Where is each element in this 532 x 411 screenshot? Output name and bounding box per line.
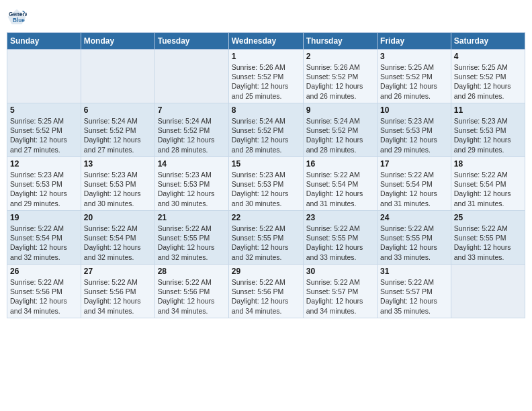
day-number: 3 [380, 52, 448, 61]
page-header: General Blue [7, 7, 525, 27]
day-number: 2 [306, 52, 374, 61]
day-info: Sunrise: 5:22 AM Sunset: 5:54 PM Dayligh… [380, 170, 448, 208]
header-cell-monday: Monday [81, 33, 154, 50]
day-number: 10 [380, 105, 448, 115]
day-info: Sunrise: 5:24 AM Sunset: 5:52 PM Dayligh… [232, 116, 300, 154]
day-info: Sunrise: 5:25 AM Sunset: 5:52 PM Dayligh… [380, 62, 448, 101]
day-cell: 2Sunrise: 5:26 AM Sunset: 5:52 PM Daylig… [303, 50, 377, 103]
day-info: Sunrise: 5:22 AM Sunset: 5:54 PM Dayligh… [306, 170, 374, 208]
header-cell-friday: Friday [378, 33, 451, 50]
week-row-5: 26Sunrise: 5:22 AM Sunset: 5:56 PM Dayli… [7, 265, 525, 318]
day-number: 23 [306, 213, 374, 222]
day-cell: 9Sunrise: 5:24 AM Sunset: 5:52 PM Daylig… [303, 103, 377, 157]
header-cell-thursday: Thursday [303, 33, 377, 50]
day-cell: 20Sunrise: 5:22 AM Sunset: 5:54 PM Dayli… [81, 211, 154, 265]
logo: General Blue [7, 7, 30, 27]
day-info: Sunrise: 5:22 AM Sunset: 5:54 PM Dayligh… [84, 224, 152, 262]
week-row-2: 5Sunrise: 5:25 AM Sunset: 5:52 PM Daylig… [7, 103, 525, 157]
general-blue-logo-icon: General Blue [7, 7, 27, 27]
day-info: Sunrise: 5:22 AM Sunset: 5:56 PM Dayligh… [232, 277, 300, 316]
day-info: Sunrise: 5:22 AM Sunset: 5:55 PM Dayligh… [454, 224, 522, 262]
day-info: Sunrise: 5:23 AM Sunset: 5:53 PM Dayligh… [232, 170, 300, 208]
day-cell: 26Sunrise: 5:22 AM Sunset: 5:56 PM Dayli… [7, 265, 81, 318]
day-number: 27 [84, 267, 152, 276]
day-cell: 17Sunrise: 5:22 AM Sunset: 5:54 PM Dayli… [378, 157, 451, 211]
day-cell: 3Sunrise: 5:25 AM Sunset: 5:52 PM Daylig… [378, 50, 451, 103]
day-cell: 1Sunrise: 5:26 AM Sunset: 5:52 PM Daylig… [228, 50, 303, 103]
week-row-1: 1Sunrise: 5:26 AM Sunset: 5:52 PM Daylig… [7, 50, 525, 103]
day-cell: 11Sunrise: 5:23 AM Sunset: 5:53 PM Dayli… [451, 103, 525, 157]
day-cell: 7Sunrise: 5:24 AM Sunset: 5:52 PM Daylig… [154, 103, 228, 157]
day-number: 12 [10, 159, 78, 169]
day-number: 31 [380, 267, 448, 276]
day-info: Sunrise: 5:23 AM Sunset: 5:53 PM Dayligh… [380, 116, 448, 154]
week-row-4: 19Sunrise: 5:22 AM Sunset: 5:54 PM Dayli… [7, 211, 525, 265]
day-info: Sunrise: 5:23 AM Sunset: 5:53 PM Dayligh… [454, 116, 522, 154]
day-number: 13 [84, 159, 152, 169]
day-number: 29 [232, 267, 300, 276]
day-number: 17 [380, 159, 448, 169]
day-number: 25 [454, 213, 522, 222]
day-cell: 24Sunrise: 5:22 AM Sunset: 5:55 PM Dayli… [378, 211, 451, 265]
day-info: Sunrise: 5:22 AM Sunset: 5:55 PM Dayligh… [158, 224, 226, 262]
day-number: 21 [158, 213, 226, 222]
day-cell [154, 50, 228, 103]
day-info: Sunrise: 5:22 AM Sunset: 5:56 PM Dayligh… [158, 277, 226, 316]
day-info: Sunrise: 5:24 AM Sunset: 5:52 PM Dayligh… [306, 116, 374, 154]
day-cell: 15Sunrise: 5:23 AM Sunset: 5:53 PM Dayli… [228, 157, 303, 211]
day-cell: 12Sunrise: 5:23 AM Sunset: 5:53 PM Dayli… [7, 157, 81, 211]
day-cell: 6Sunrise: 5:24 AM Sunset: 5:52 PM Daylig… [81, 103, 154, 157]
day-number: 16 [306, 159, 374, 169]
day-number: 24 [380, 213, 448, 222]
day-info: Sunrise: 5:25 AM Sunset: 5:52 PM Dayligh… [454, 62, 522, 101]
day-cell [451, 265, 525, 318]
day-number: 26 [10, 267, 78, 276]
day-info: Sunrise: 5:26 AM Sunset: 5:52 PM Dayligh… [232, 62, 300, 101]
day-info: Sunrise: 5:24 AM Sunset: 5:52 PM Dayligh… [158, 116, 226, 154]
day-cell: 27Sunrise: 5:22 AM Sunset: 5:56 PM Dayli… [81, 265, 154, 318]
day-cell: 21Sunrise: 5:22 AM Sunset: 5:55 PM Dayli… [154, 211, 228, 265]
day-number: 19 [10, 213, 78, 222]
day-cell: 30Sunrise: 5:22 AM Sunset: 5:57 PM Dayli… [303, 265, 377, 318]
day-number: 11 [454, 105, 522, 115]
day-cell: 22Sunrise: 5:22 AM Sunset: 5:55 PM Dayli… [228, 211, 303, 265]
day-info: Sunrise: 5:22 AM Sunset: 5:56 PM Dayligh… [10, 277, 78, 316]
day-cell [7, 50, 81, 103]
header-cell-sunday: Sunday [7, 33, 81, 50]
day-cell: 25Sunrise: 5:22 AM Sunset: 5:55 PM Dayli… [451, 211, 525, 265]
day-number: 5 [10, 105, 78, 115]
day-info: Sunrise: 5:22 AM Sunset: 5:57 PM Dayligh… [380, 277, 448, 316]
day-info: Sunrise: 5:22 AM Sunset: 5:55 PM Dayligh… [306, 224, 374, 262]
day-number: 1 [232, 52, 300, 61]
day-number: 4 [454, 52, 522, 61]
day-cell: 19Sunrise: 5:22 AM Sunset: 5:54 PM Dayli… [7, 211, 81, 265]
day-cell: 8Sunrise: 5:24 AM Sunset: 5:52 PM Daylig… [228, 103, 303, 157]
day-number: 22 [232, 213, 300, 222]
day-number: 20 [84, 213, 152, 222]
week-row-3: 12Sunrise: 5:23 AM Sunset: 5:53 PM Dayli… [7, 157, 525, 211]
day-info: Sunrise: 5:25 AM Sunset: 5:52 PM Dayligh… [10, 116, 78, 154]
day-number: 7 [158, 105, 226, 115]
day-info: Sunrise: 5:26 AM Sunset: 5:52 PM Dayligh… [306, 62, 374, 101]
calendar-table: SundayMondayTuesdayWednesdayThursdayFrid… [7, 32, 525, 318]
day-number: 28 [158, 267, 226, 276]
day-cell: 18Sunrise: 5:22 AM Sunset: 5:54 PM Dayli… [451, 157, 525, 211]
day-cell: 5Sunrise: 5:25 AM Sunset: 5:52 PM Daylig… [7, 103, 81, 157]
day-info: Sunrise: 5:22 AM Sunset: 5:54 PM Dayligh… [454, 170, 522, 208]
svg-text:Blue: Blue [13, 17, 25, 24]
day-cell [81, 50, 154, 103]
day-number: 18 [454, 159, 522, 169]
day-info: Sunrise: 5:23 AM Sunset: 5:53 PM Dayligh… [84, 170, 152, 208]
day-cell: 14Sunrise: 5:23 AM Sunset: 5:53 PM Dayli… [154, 157, 228, 211]
day-info: Sunrise: 5:22 AM Sunset: 5:54 PM Dayligh… [10, 224, 78, 262]
day-number: 14 [158, 159, 226, 169]
day-cell: 10Sunrise: 5:23 AM Sunset: 5:53 PM Dayli… [378, 103, 451, 157]
day-info: Sunrise: 5:22 AM Sunset: 5:55 PM Dayligh… [232, 224, 300, 262]
day-info: Sunrise: 5:22 AM Sunset: 5:56 PM Dayligh… [84, 277, 152, 316]
day-cell: 13Sunrise: 5:23 AM Sunset: 5:53 PM Dayli… [81, 157, 154, 211]
day-info: Sunrise: 5:22 AM Sunset: 5:55 PM Dayligh… [380, 224, 448, 262]
day-cell: 23Sunrise: 5:22 AM Sunset: 5:55 PM Dayli… [303, 211, 377, 265]
day-info: Sunrise: 5:23 AM Sunset: 5:53 PM Dayligh… [158, 170, 226, 208]
day-number: 9 [306, 105, 374, 115]
day-cell: 28Sunrise: 5:22 AM Sunset: 5:56 PM Dayli… [154, 265, 228, 318]
